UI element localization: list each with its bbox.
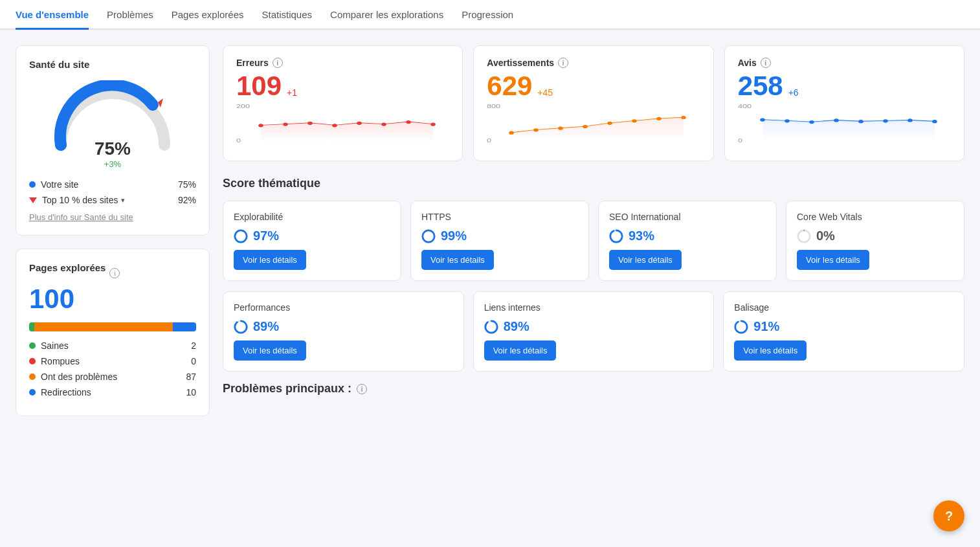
progress-circle-icon — [421, 229, 436, 243]
avertissements-info-icon[interactable]: i — [558, 58, 568, 68]
avis-info-icon[interactable]: i — [761, 58, 771, 68]
voir-details-button[interactable]: Voir les détails — [421, 250, 494, 270]
score-card-core-web-vitals: Core Web Vitals 0% Voir les détails — [786, 201, 964, 281]
pages-legend-item: Ont des problèmes 87 — [29, 372, 196, 382]
score-card-title: Core Web Vitals — [797, 212, 953, 222]
svg-point-6 — [307, 122, 313, 125]
score-card-title: SEO International — [609, 212, 766, 222]
svg-text:400: 400 — [738, 103, 752, 109]
svg-point-28 — [809, 120, 814, 124]
gauge-delta: +3% — [95, 159, 131, 169]
more-info-link[interactable]: Plus d'info sur Santé du site — [29, 212, 133, 222]
score-percent: 89% — [504, 319, 529, 334]
nav-tab-pages-explorées[interactable]: Pages explorées — [172, 9, 244, 30]
nav-tab-comparer-les-explorations[interactable]: Comparer les explorations — [330, 9, 443, 30]
score-title: Score thématique — [223, 177, 964, 190]
problems-title: Problèmes principaux : i — [223, 382, 964, 396]
avertissements-value: 629 — [487, 71, 532, 101]
voir-details-button[interactable]: Voir les détails — [484, 340, 557, 361]
right-panel: Erreurs i 109 +1 200 — [223, 45, 964, 416]
nav-tab-statistiques[interactable]: Statistiques — [262, 9, 313, 30]
nav-tabs: Vue d'ensembleProblèmesPages exploréesSt… — [0, 0, 980, 30]
bar-problemes — [34, 322, 173, 331]
score-percent: 89% — [253, 319, 279, 334]
voir-details-button[interactable]: Voir les détails — [609, 250, 682, 270]
score-card-title: HTTPS — [421, 212, 578, 222]
erreurs-info-icon[interactable]: i — [273, 58, 283, 68]
score-value-row: 91% — [734, 319, 953, 334]
svg-text:800: 800 — [487, 103, 500, 109]
avis-card: Avis i 258 +6 400 — [724, 45, 964, 161]
score-card-explorabilité: Explorabilité 97% Voir les détails — [223, 201, 401, 281]
svg-point-17 — [559, 127, 564, 130]
erreurs-chart: 200 0 — [236, 102, 449, 149]
pages-legend-item: Redirections 10 — [29, 387, 196, 397]
svg-point-37 — [423, 230, 434, 241]
svg-point-8 — [357, 122, 362, 125]
svg-point-33 — [932, 120, 937, 123]
avertissements-chart: 800 0 — [487, 102, 700, 149]
score-card-liens-internes: Liens internes 89% Voir les détails — [473, 291, 715, 372]
left-panel: Santé du site 75% +3% Vot — [16, 45, 210, 416]
score-card-seo-international: SEO International 93% Voir les détails — [598, 201, 777, 281]
progress-circle-icon — [797, 229, 811, 243]
voir-details-button[interactable]: Voir les détails — [234, 250, 306, 270]
svg-point-30 — [858, 120, 863, 123]
chevron-down-icon[interactable]: ▾ — [121, 196, 125, 205]
svg-text:0: 0 — [738, 137, 742, 144]
progress-circle-icon — [734, 320, 748, 334]
svg-point-5 — [283, 122, 288, 126]
score-card-title: Explorabilité — [234, 212, 390, 222]
svg-point-45 — [485, 320, 496, 332]
pages-legend: Saines 2 Rompues 0 Ont des problèmes 87 … — [29, 340, 196, 397]
bar-saines — [29, 322, 34, 331]
top10-legend: Top 10 % des sites ▾ 92% — [29, 195, 196, 205]
svg-point-10 — [406, 120, 411, 124]
avis-chart: 400 0 — [738, 102, 951, 149]
erreurs-delta: +1 — [287, 87, 297, 98]
problems-info-icon[interactable]: i — [357, 384, 367, 394]
pages-bar — [29, 322, 196, 331]
svg-point-40 — [798, 230, 810, 241]
bar-redirections — [173, 322, 196, 331]
svg-point-47 — [735, 320, 747, 332]
score-value-row: 0% — [797, 229, 953, 243]
score-value-row: 97% — [234, 229, 390, 243]
svg-point-35 — [235, 230, 247, 241]
score-value-row: 93% — [609, 229, 766, 243]
top10-triangle-icon — [29, 197, 37, 203]
score-grid-row1: Explorabilité 97% Voir les détails HTTPS… — [223, 201, 964, 281]
voir-details-button[interactable]: Voir les détails — [234, 340, 306, 361]
pages-info-icon[interactable]: i — [109, 268, 120, 278]
score-card-performances: Performances 89% Voir les détails — [223, 291, 464, 372]
score-percent: 91% — [753, 319, 779, 334]
progress-circle-icon — [484, 320, 498, 334]
score-percent: 97% — [253, 229, 279, 243]
votre-site-dot — [29, 181, 36, 188]
gauge-percent: 75% — [95, 139, 131, 159]
voir-details-button[interactable]: Voir les détails — [797, 250, 869, 270]
sante-card: Santé du site 75% +3% Vot — [16, 45, 210, 236]
gauge-container: 75% +3% — [29, 80, 196, 169]
svg-point-43 — [235, 320, 247, 332]
avis-delta: +6 — [788, 87, 799, 98]
score-percent: 0% — [816, 229, 835, 243]
score-card-https: HTTPS 99% Voir les détails — [410, 201, 589, 281]
svg-point-18 — [583, 125, 588, 128]
nav-tab-problèmes[interactable]: Problèmes — [107, 9, 153, 30]
svg-text:200: 200 — [236, 103, 250, 109]
voir-details-button[interactable]: Voir les détails — [734, 340, 807, 361]
nav-tab-progression[interactable]: Progression — [462, 9, 513, 30]
svg-point-22 — [682, 116, 687, 119]
sante-title: Santé du site — [29, 59, 196, 70]
svg-point-31 — [883, 119, 888, 122]
nav-tab-vue-d'ensemble[interactable]: Vue d'ensemble — [16, 9, 89, 30]
score-percent: 93% — [629, 229, 654, 243]
avis-value: 258 — [738, 71, 783, 101]
svg-marker-25 — [763, 120, 935, 141]
svg-point-11 — [430, 122, 436, 126]
progress-circle-icon — [609, 229, 623, 243]
score-card-balisage: Balisage 91% Voir les détails — [723, 291, 964, 372]
avertissements-label: Avertissements i — [487, 58, 700, 68]
top10-value: 92% — [178, 195, 196, 205]
